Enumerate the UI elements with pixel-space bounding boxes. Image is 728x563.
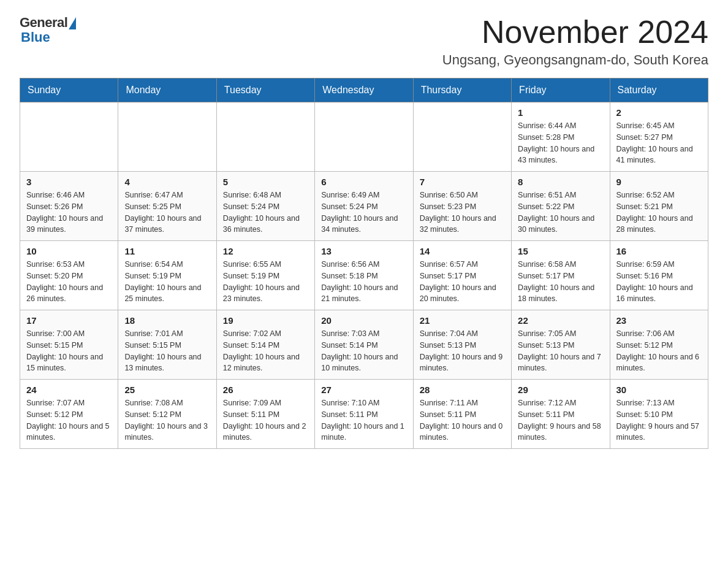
day-number: 27	[321, 385, 406, 395]
day-number: 7	[420, 177, 505, 187]
day-number: 20	[321, 315, 406, 326]
header-tuesday: Tuesday	[216, 79, 314, 102]
logo-top: General	[20, 15, 76, 31]
day-cell: 8Sunrise: 6:51 AMSunset: 5:22 PMDaylight…	[512, 172, 610, 241]
day-info: Sunrise: 6:55 AMSunset: 5:19 PMDaylight:…	[223, 259, 308, 305]
day-info: Sunrise: 7:12 AMSunset: 5:11 PMDaylight:…	[518, 397, 603, 443]
month-title: November 2024	[442, 15, 708, 50]
day-number: 14	[420, 246, 505, 256]
day-cell: 21Sunrise: 7:04 AMSunset: 5:13 PMDayligh…	[413, 310, 511, 380]
location-title: Ungsang, Gyeongsangnam-do, South Korea	[442, 52, 708, 68]
header-monday: Monday	[118, 79, 216, 102]
page-header: General Blue November 2024 Ungsang, Gyeo…	[20, 15, 708, 68]
day-info: Sunrise: 6:46 AMSunset: 5:26 PMDaylight:…	[26, 190, 112, 236]
day-number: 10	[26, 246, 112, 256]
day-cell: 12Sunrise: 6:55 AMSunset: 5:19 PMDayligh…	[216, 241, 314, 310]
day-number: 8	[518, 177, 603, 187]
day-number: 19	[223, 315, 308, 326]
week-row-4: 17Sunrise: 7:00 AMSunset: 5:15 PMDayligh…	[20, 310, 708, 380]
day-info: Sunrise: 7:11 AMSunset: 5:11 PMDaylight:…	[420, 397, 505, 443]
day-cell: 16Sunrise: 6:59 AMSunset: 5:16 PMDayligh…	[610, 241, 708, 310]
day-info: Sunrise: 7:08 AMSunset: 5:12 PMDaylight:…	[124, 397, 210, 443]
day-cell	[216, 102, 314, 172]
day-number: 3	[26, 177, 112, 187]
day-info: Sunrise: 6:48 AMSunset: 5:24 PMDaylight:…	[223, 190, 308, 236]
day-info: Sunrise: 6:45 AMSunset: 5:27 PMDaylight:…	[616, 120, 702, 166]
day-number: 12	[223, 246, 308, 256]
day-cell: 30Sunrise: 7:13 AMSunset: 5:10 PMDayligh…	[610, 380, 708, 449]
day-cell: 17Sunrise: 7:00 AMSunset: 5:15 PMDayligh…	[20, 310, 118, 380]
day-number: 9	[616, 177, 702, 187]
day-number: 11	[124, 246, 210, 256]
day-cell: 1Sunrise: 6:44 AMSunset: 5:28 PMDaylight…	[512, 102, 610, 172]
day-number: 2	[616, 107, 702, 118]
day-number: 15	[518, 246, 603, 256]
day-info: Sunrise: 7:01 AMSunset: 5:15 PMDaylight:…	[124, 328, 210, 374]
day-number: 16	[616, 246, 702, 256]
day-cell: 20Sunrise: 7:03 AMSunset: 5:14 PMDayligh…	[315, 310, 413, 380]
day-number: 29	[518, 385, 603, 395]
day-info: Sunrise: 6:50 AMSunset: 5:23 PMDaylight:…	[420, 190, 505, 236]
day-cell: 27Sunrise: 7:10 AMSunset: 5:11 PMDayligh…	[315, 380, 413, 449]
day-number: 24	[26, 385, 112, 395]
day-cell: 7Sunrise: 6:50 AMSunset: 5:23 PMDaylight…	[413, 172, 511, 241]
header-saturday: Saturday	[610, 79, 708, 102]
week-row-3: 10Sunrise: 6:53 AMSunset: 5:20 PMDayligh…	[20, 241, 708, 310]
day-cell: 6Sunrise: 6:49 AMSunset: 5:24 PMDaylight…	[315, 172, 413, 241]
day-cell: 10Sunrise: 6:53 AMSunset: 5:20 PMDayligh…	[20, 241, 118, 310]
day-cell	[413, 102, 511, 172]
day-info: Sunrise: 7:13 AMSunset: 5:10 PMDaylight:…	[616, 397, 702, 443]
day-cell	[20, 102, 118, 172]
day-info: Sunrise: 6:52 AMSunset: 5:21 PMDaylight:…	[616, 190, 702, 236]
day-info: Sunrise: 6:56 AMSunset: 5:18 PMDaylight:…	[321, 259, 406, 305]
day-info: Sunrise: 7:05 AMSunset: 5:13 PMDaylight:…	[518, 328, 603, 374]
day-number: 23	[616, 315, 702, 326]
day-cell: 18Sunrise: 7:01 AMSunset: 5:15 PMDayligh…	[118, 310, 216, 380]
day-info: Sunrise: 7:02 AMSunset: 5:14 PMDaylight:…	[223, 328, 308, 374]
day-cell: 13Sunrise: 6:56 AMSunset: 5:18 PMDayligh…	[315, 241, 413, 310]
header-thursday: Thursday	[413, 79, 511, 102]
day-cell: 24Sunrise: 7:07 AMSunset: 5:12 PMDayligh…	[20, 380, 118, 449]
day-cell: 25Sunrise: 7:08 AMSunset: 5:12 PMDayligh…	[118, 380, 216, 449]
day-cell: 4Sunrise: 6:47 AMSunset: 5:25 PMDaylight…	[118, 172, 216, 241]
day-cell	[118, 102, 216, 172]
day-cell: 28Sunrise: 7:11 AMSunset: 5:11 PMDayligh…	[413, 380, 511, 449]
logo: General Blue	[20, 15, 76, 45]
day-info: Sunrise: 6:57 AMSunset: 5:17 PMDaylight:…	[420, 259, 505, 305]
day-info: Sunrise: 7:00 AMSunset: 5:15 PMDaylight:…	[26, 328, 112, 374]
day-number: 5	[223, 177, 308, 187]
day-info: Sunrise: 6:47 AMSunset: 5:25 PMDaylight:…	[124, 190, 210, 236]
header-wednesday: Wednesday	[315, 79, 413, 102]
day-info: Sunrise: 6:59 AMSunset: 5:16 PMDaylight:…	[616, 259, 702, 305]
day-number: 13	[321, 246, 406, 256]
day-cell: 9Sunrise: 6:52 AMSunset: 5:21 PMDaylight…	[610, 172, 708, 241]
day-cell: 14Sunrise: 6:57 AMSunset: 5:17 PMDayligh…	[413, 241, 511, 310]
header-sunday: Sunday	[20, 79, 118, 102]
day-info: Sunrise: 7:09 AMSunset: 5:11 PMDaylight:…	[223, 397, 308, 443]
day-info: Sunrise: 7:04 AMSunset: 5:13 PMDaylight:…	[420, 328, 505, 374]
day-cell: 15Sunrise: 6:58 AMSunset: 5:17 PMDayligh…	[512, 241, 610, 310]
day-number: 1	[518, 107, 603, 118]
logo-general-text: General	[20, 15, 67, 31]
day-number: 18	[124, 315, 210, 326]
calendar-table: SundayMondayTuesdayWednesdayThursdayFrid…	[20, 78, 708, 449]
header-row: SundayMondayTuesdayWednesdayThursdayFrid…	[20, 79, 708, 102]
logo-triangle-icon	[69, 17, 76, 29]
day-cell: 23Sunrise: 7:06 AMSunset: 5:12 PMDayligh…	[610, 310, 708, 380]
day-number: 26	[223, 385, 308, 395]
day-number: 17	[26, 315, 112, 326]
day-info: Sunrise: 6:58 AMSunset: 5:17 PMDaylight:…	[518, 259, 603, 305]
day-number: 28	[420, 385, 505, 395]
logo-blue-text: Blue	[21, 29, 50, 45]
day-cell: 22Sunrise: 7:05 AMSunset: 5:13 PMDayligh…	[512, 310, 610, 380]
day-cell: 5Sunrise: 6:48 AMSunset: 5:24 PMDaylight…	[216, 172, 314, 241]
day-info: Sunrise: 6:53 AMSunset: 5:20 PMDaylight:…	[26, 259, 112, 305]
header-friday: Friday	[512, 79, 610, 102]
day-info: Sunrise: 7:07 AMSunset: 5:12 PMDaylight:…	[26, 397, 112, 443]
day-cell: 26Sunrise: 7:09 AMSunset: 5:11 PMDayligh…	[216, 380, 314, 449]
day-cell: 19Sunrise: 7:02 AMSunset: 5:14 PMDayligh…	[216, 310, 314, 380]
day-cell: 2Sunrise: 6:45 AMSunset: 5:27 PMDaylight…	[610, 102, 708, 172]
day-cell	[315, 102, 413, 172]
day-cell: 11Sunrise: 6:54 AMSunset: 5:19 PMDayligh…	[118, 241, 216, 310]
day-number: 21	[420, 315, 505, 326]
